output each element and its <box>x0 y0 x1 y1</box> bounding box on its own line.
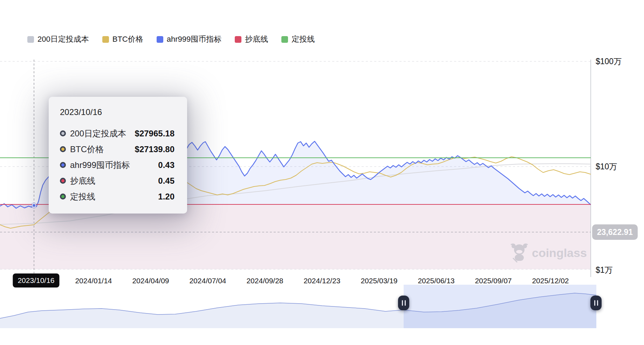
navigator-handle-right[interactable] <box>590 296 602 310</box>
watermark-text: coinglass <box>532 247 587 259</box>
tooltip-row: ahr999囤币指标0.43 <box>60 157 174 173</box>
x-axis-label[interactable]: 2025/12/02 <box>532 277 569 285</box>
legend-swatch <box>102 36 109 43</box>
x-axis-label[interactable]: 2025/09/07 <box>475 277 512 285</box>
legend-label: ahr999囤币指标 <box>167 35 222 43</box>
tooltip-series-marker <box>60 130 66 136</box>
legend-item[interactable]: BTC价格 <box>102 35 143 43</box>
x-axis-label[interactable]: 2024/07/04 <box>189 277 226 285</box>
legend-swatch <box>27 36 34 43</box>
tooltip-row: 定投线1.20 <box>60 189 174 204</box>
legend-item[interactable]: ahr999囤币指标 <box>157 35 222 43</box>
tooltip-series-value: 1.20 <box>158 192 174 202</box>
y-axis-label: $100万 <box>596 56 622 67</box>
chart-tooltip: 2023/10/16 200日定投成本$27965.18BTC价格$27139.… <box>49 97 187 214</box>
legend-swatch <box>281 36 288 43</box>
tooltip-series-label: 抄底线 <box>70 175 95 187</box>
y-axis-label: $10万 <box>596 161 617 172</box>
crosshair-price-badge: 23,622.91 <box>592 224 638 240</box>
legend-label: 定投线 <box>292 35 315 43</box>
x-axis-label[interactable]: 2025/06/13 <box>418 277 454 285</box>
coinglass-bull-icon <box>510 243 528 263</box>
tooltip-series-marker <box>60 194 66 199</box>
tooltip-row: 抄底线0.45 <box>60 173 174 189</box>
tooltip-row: BTC价格$27139.80 <box>60 141 174 157</box>
tooltip-series-value: 0.45 <box>158 176 174 186</box>
legend-label: 抄底线 <box>245 35 268 43</box>
x-axis-label[interactable]: 2024/04/09 <box>132 277 169 285</box>
tooltip-row: 200日定投成本$27965.18 <box>60 126 174 141</box>
tooltip-series-value: $27965.18 <box>135 129 174 138</box>
tooltip-series-marker <box>60 162 66 168</box>
legend-swatch <box>157 36 163 43</box>
x-axis-label[interactable]: 2024/12/23 <box>303 277 340 285</box>
tooltip-series-label: 200日定投成本 <box>70 128 126 139</box>
tooltip-series-marker <box>60 146 66 152</box>
legend-item[interactable]: 抄底线 <box>235 35 268 43</box>
tooltip-series-label: ahr999囤币指标 <box>70 160 130 171</box>
legend-item[interactable]: 定投线 <box>281 35 315 43</box>
tooltip-series-value: 0.43 <box>158 160 174 170</box>
x-axis-label[interactable]: 2024/09/28 <box>246 277 283 285</box>
tooltip-series-label: BTC价格 <box>70 144 104 155</box>
legend: 200日定投成本BTC价格ahr999囤币指标抄底线定投线 <box>27 35 315 43</box>
legend-swatch <box>235 36 241 43</box>
navigator-handle-left[interactable] <box>398 296 409 310</box>
navigator[interactable] <box>0 285 596 328</box>
legend-label: 200日定投成本 <box>37 35 89 43</box>
watermark: coinglass <box>510 243 587 263</box>
tooltip-series-value: $27139.80 <box>135 144 174 154</box>
tooltip-series-label: 定投线 <box>70 191 95 202</box>
legend-item[interactable]: 200日定投成本 <box>27 35 89 43</box>
tooltip-series-marker <box>60 178 66 184</box>
x-axis-label[interactable]: 2024/01/14 <box>75 277 112 285</box>
legend-label: BTC价格 <box>112 35 143 43</box>
tooltip-date: 2023/10/16 <box>60 107 174 117</box>
y-axis-label: $1万 <box>596 265 613 276</box>
x-axis-label[interactable]: 2025/03/19 <box>361 277 397 285</box>
